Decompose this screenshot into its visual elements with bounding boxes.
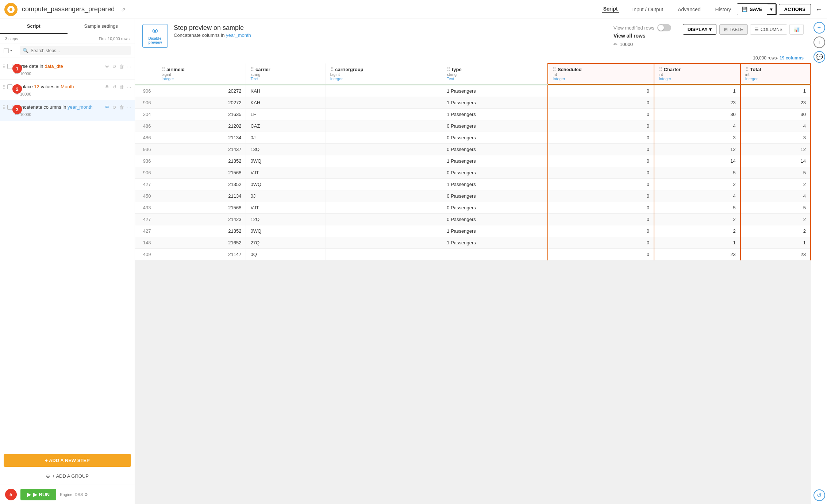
step-2-drag-handle[interactable]: ⠿	[2, 84, 6, 90]
view-modified-toggle[interactable]	[657, 24, 671, 31]
save-button[interactable]: 💾 SAVE	[737, 4, 766, 14]
step-1-delete-icon[interactable]: 🗑	[119, 64, 124, 69]
preview-title: Step preview on sample	[174, 24, 608, 32]
run-button[interactable]: ▶ ▶ RUN	[20, 489, 56, 500]
back-button[interactable]: ←	[815, 5, 823, 13]
cell-type: 1 Passengers	[442, 237, 548, 249]
table-row: 9362143713Q0 Passengers01212	[135, 144, 811, 155]
step-1-more-icon[interactable]: ···	[127, 64, 131, 69]
col-icon-type: ⠿	[447, 67, 450, 72]
th-type[interactable]: ⠿ type string Text	[442, 63, 548, 84]
th-carriergroup[interactable]: ⠿ carriergroup bigint Integer	[326, 63, 442, 84]
step-1-badge: 1	[12, 64, 22, 73]
chevron-down-icon: ▾	[770, 7, 773, 12]
preview-eye-icon: 👁	[151, 27, 159, 36]
add-group-button[interactable]: ⊕ + ADD A GROUP	[0, 470, 135, 482]
save-dropdown-button[interactable]: ▾	[767, 4, 776, 15]
checkbox-dropdown-icon[interactable]: ▾	[10, 49, 12, 53]
step-3-eye-icon[interactable]: 👁	[105, 105, 109, 110]
cell-Scheduled: 0	[548, 97, 654, 109]
cell-airlineid: 21568	[157, 167, 246, 179]
step-2-delete-icon[interactable]: 🗑	[119, 84, 124, 90]
save-icon: 💾	[742, 7, 747, 12]
add-step-button[interactable]: + ADD A NEW STEP	[4, 454, 131, 467]
columns-view-button[interactable]: ☰ COLUMNS	[750, 24, 787, 35]
search-input[interactable]	[31, 48, 128, 53]
select-all-checkbox-area[interactable]: ▾	[4, 48, 12, 53]
right-sidebar-info-button[interactable]: i	[813, 36, 825, 48]
step-2-checkbox[interactable]	[7, 84, 12, 89]
table-header-row: ⠿ airlineid bigint Integer ⠿ carrier str…	[135, 63, 811, 84]
step-1-refresh-icon[interactable]: ↺	[112, 64, 116, 69]
select-all-checkbox[interactable]	[4, 48, 9, 53]
step-2-eye-icon[interactable]: 👁	[105, 84, 109, 90]
display-button[interactable]: DISPLAY ▾	[683, 24, 716, 35]
view-all-label: View all rows	[613, 33, 671, 39]
table-area[interactable]: ⠿ airlineid bigint Integer ⠿ carrier str…	[135, 63, 811, 504]
title-link-icon[interactable]: ⇗	[121, 7, 126, 12]
step-2-refresh-icon[interactable]: ↺	[112, 84, 116, 90]
rows-info: ✏ 10000	[613, 42, 671, 47]
th-type-type: string	[447, 72, 543, 77]
step-1-drag-handle[interactable]: ⠿	[2, 63, 6, 70]
th-label-scheduled: Scheduled	[558, 67, 582, 72]
cell-Total: 14	[741, 155, 811, 167]
disable-preview-button[interactable]: 👁 Disablepreview	[142, 24, 168, 48]
cell-type: 0 Passengers	[442, 144, 548, 155]
th-type-scheduled: int	[553, 72, 649, 77]
th-total[interactable]: ⠿ Total int Integer	[741, 63, 811, 84]
th-scheduled[interactable]: ⠿ Scheduled int Integer	[548, 63, 654, 84]
step-3-drag-handle[interactable]: ⠿	[2, 104, 6, 111]
tab-script[interactable]: Script	[0, 19, 68, 34]
step-1-checkbox[interactable]	[7, 64, 12, 69]
right-sidebar-add-button[interactable]: +	[813, 22, 825, 34]
steps-count: 3 steps	[5, 36, 18, 41]
cell-airlineid: 21352	[157, 225, 246, 237]
cell-Total: 5	[741, 167, 811, 179]
right-sidebar-chat-button[interactable]: 💬	[813, 51, 825, 63]
cell-Charter: 12	[654, 144, 741, 155]
table-view-button[interactable]: ⊞ TABLE	[719, 24, 748, 35]
chart-view-button[interactable]: 📊	[789, 24, 804, 35]
cell-carrier: LF	[246, 109, 326, 120]
step-1-eye-icon[interactable]: 👁	[105, 64, 109, 69]
cell-airlineid: 21437	[157, 144, 246, 155]
nav-script[interactable]: Script	[602, 6, 619, 13]
cell-Scheduled: 0	[548, 202, 654, 214]
table-row: 1482165227Q1 Passengers011	[135, 237, 811, 249]
nav-history[interactable]: History	[714, 7, 733, 12]
step-3-more-icon[interactable]: ···	[127, 105, 131, 110]
step-3-delete-icon[interactable]: 🗑	[119, 105, 124, 110]
search-input-wrap[interactable]: 🔍	[20, 46, 131, 55]
cell-col0: 148	[135, 237, 157, 249]
cell-Charter: 4	[654, 190, 741, 202]
tab-sample-settings[interactable]: Sample settings	[68, 19, 135, 34]
cell-Charter: 1	[654, 237, 741, 249]
cell-carrier: 13Q	[246, 144, 326, 155]
cell-col0: 427	[135, 225, 157, 237]
cell-col0: 486	[135, 132, 157, 144]
step-3-checkbox[interactable]	[7, 105, 12, 110]
th-airlineid[interactable]: ⠿ airlineid bigint Integer	[157, 63, 246, 84]
step-2-more-icon[interactable]: ···	[127, 84, 131, 90]
th-charter[interactable]: ⠿ Charter int Integer	[654, 63, 741, 84]
cell-Total: 2	[741, 214, 811, 225]
logo[interactable]	[4, 3, 18, 16]
step-3-refresh-icon[interactable]: ↺	[112, 105, 116, 110]
nav-input-output[interactable]: Input / Output	[631, 7, 665, 12]
step-3-actions: 👁 ↺ 🗑 ···	[105, 104, 131, 110]
table-body: 90620272KAH1 Passengers01190620272KAH1 P…	[135, 85, 811, 260]
cell-Scheduled: 0	[548, 155, 654, 167]
table-icon: ⊞	[724, 27, 728, 32]
preview-link[interactable]: year_month	[226, 32, 251, 38]
right-sidebar-refresh-button[interactable]: ↺	[813, 489, 825, 501]
step-3-content: Concatenate columns in year_month ✏ 1000…	[15, 104, 105, 117]
gear-icon[interactable]: ⚙	[84, 492, 88, 497]
th-rownum	[135, 63, 157, 84]
cell-Charter: 2	[654, 225, 741, 237]
th-subtype-airlineid: Integer	[162, 77, 242, 81]
nav-advanced[interactable]: Advanced	[676, 7, 702, 12]
th-carrier[interactable]: ⠿ carrier string Text	[246, 63, 326, 84]
cell-Total: 3	[741, 132, 811, 144]
actions-button[interactable]: ACTIONS	[779, 4, 811, 15]
